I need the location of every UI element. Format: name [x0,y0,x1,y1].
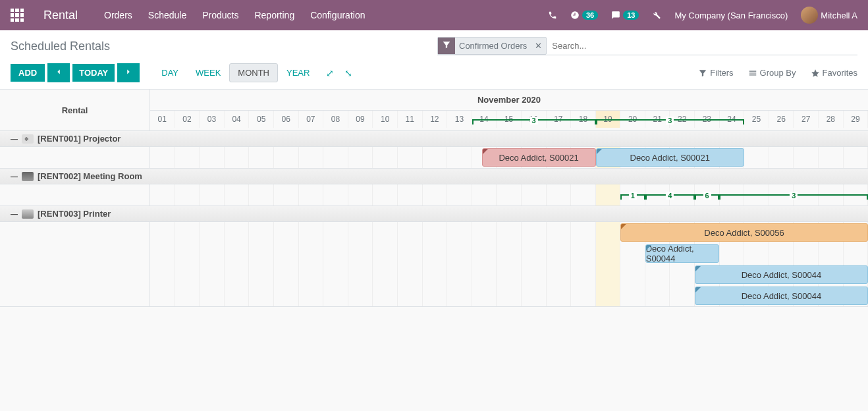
product-thumb [22,209,34,219]
day-header: 13 [447,111,472,128]
rental-pill[interactable]: Deco Addict, S00044 [695,287,868,305]
nav-schedule[interactable]: Schedule [148,10,186,20]
page-title: Scheduled Rentals [11,40,110,53]
avatar [801,7,818,24]
rental-pill[interactable]: Deco Addict, S00056 [620,223,868,242]
day-header: 05 [249,111,274,128]
day-header: 26 [769,111,794,128]
day-header: 07 [299,111,324,128]
nav-menu: Orders Schedule Products Reporting Confi… [104,10,365,20]
pill-label: Deco Addict, S00021 [499,153,578,163]
day-header: 25 [744,111,769,128]
group-header[interactable]: —[RENT001] Projector33 [0,131,868,147]
pill-label: Deco Addict, S00044 [742,291,821,301]
chat-icon[interactable]: 13 [611,11,639,20]
nav-configuration[interactable]: Configuration [310,10,365,20]
rental-pill[interactable]: Deco Addict, S00044 [695,265,868,284]
timer-badge: 36 [582,11,598,20]
group-header[interactable]: —[RENT002] Meeting Room [0,169,868,184]
day-header: 28 [819,111,844,128]
search-input[interactable] [549,38,857,53]
groupby-button[interactable]: Group By [748,68,796,78]
day-header: 16 [522,111,547,128]
chip-label: Confirmed Orders [455,38,531,53]
day-header: 23 [695,111,720,128]
group-label: [RENT003] Printer [38,209,111,219]
collapse-toggle-icon[interactable]: — [11,135,18,143]
rental-pill[interactable]: Deco Addict, S00044 [645,244,720,263]
day-header: 14 [472,111,497,128]
product-thumb [22,134,34,144]
chat-badge: 13 [623,11,639,20]
day-header: 24 [720,111,745,128]
pill-label: Deco Addict, S00021 [630,153,710,163]
day-header: 04 [225,111,250,128]
day-header: 08 [323,111,348,128]
collapse-icon[interactable]: ⤡ [344,68,352,78]
nav-products[interactable]: Products [202,10,238,20]
expand-icon[interactable]: ⤢ [326,68,334,78]
collapse-toggle-icon[interactable]: — [11,210,18,218]
filters-button[interactable]: Filters [698,68,733,78]
pill-label: Deco Addict, S00044 [742,270,821,280]
filter-chip: Confirmed Orders ✕ [437,37,547,55]
timer-icon[interactable]: 36 [570,11,598,20]
day-header: 10 [373,111,398,128]
day-header: 22 [670,111,695,128]
day-header: 17 [547,111,572,128]
rental-pill[interactable]: Deco Addict, S00021 [596,148,745,167]
collapse-toggle-icon[interactable]: — [11,173,18,180]
nav-orders[interactable]: Orders [104,10,132,20]
search-box[interactable]: Confirmed Orders ✕ [437,37,857,55]
group-label: [RENT002] Meeting Room [38,171,142,181]
day-header: 18 [571,111,596,128]
gantt-month-label: November 2020 [150,90,868,111]
scale-day[interactable]: DAY [153,63,187,82]
day-header: 19 [596,111,621,128]
day-header: 06 [274,111,299,128]
chip-remove-icon[interactable]: ✕ [531,38,546,53]
gantt-side-header: Rental [0,90,150,130]
rental-pill[interactable]: Deco Addict, S00021 [482,148,596,167]
day-header: 12 [423,111,448,128]
day-header: 15 [497,111,522,128]
day-header: 27 [794,111,819,128]
day-header: 21 [645,111,670,128]
today-button[interactable]: TODAY [72,64,115,82]
user-menu[interactable]: Mitchell A [801,7,857,24]
group-header[interactable]: —[RENT003] Printer1463 [0,206,868,222]
day-header: 03 [200,111,225,128]
prev-button[interactable] [47,63,70,82]
phone-icon[interactable] [548,11,557,20]
day-header: 20 [620,111,645,128]
favorites-button[interactable]: Favorites [811,68,857,78]
pill-label: Deco Addict, S00044 [646,244,719,263]
apps-icon[interactable] [11,9,24,22]
company-switcher[interactable]: My Company (San Francisco) [674,11,788,20]
scale-year[interactable]: YEAR [278,63,318,82]
day-header: 09 [348,111,373,128]
pill-label: Deco Addict, S00056 [704,228,784,238]
product-thumb [22,172,34,181]
scale-week[interactable]: WEEK [187,63,229,82]
next-button[interactable] [117,63,140,82]
add-button[interactable]: ADD [11,64,45,82]
app-brand[interactable]: Rental [43,9,78,22]
scale-month[interactable]: MONTH [229,63,278,82]
day-header: 02 [175,111,200,128]
funnel-icon [438,38,455,54]
group-label: [RENT001] Projector [38,134,121,144]
day-header: 11 [398,111,423,128]
day-header: 29 [844,111,868,128]
nav-reporting[interactable]: Reporting [254,10,294,20]
wrench-icon[interactable] [652,11,661,20]
day-header: 01 [150,111,175,128]
